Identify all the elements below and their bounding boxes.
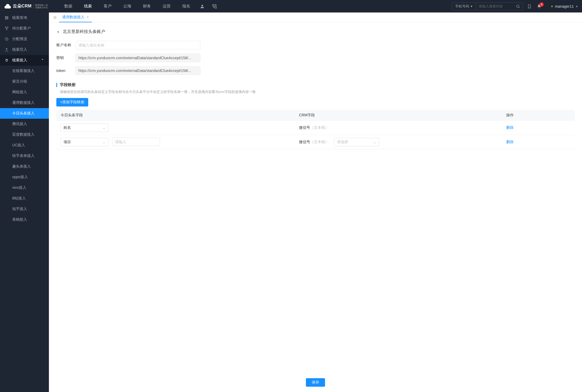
page-title: 北京昱新科技头条账户 <box>63 29 105 35</box>
filter-icon <box>5 27 9 30</box>
tabs-bar: 通用数据接入 ✕ <box>49 12 582 23</box>
mobile-icon[interactable] <box>527 4 532 9</box>
secret-label: 密钥 <box>56 56 75 60</box>
crm-field-select[interactable]: 请选择 ⌄ <box>334 138 379 146</box>
account-name-input[interactable] <box>75 41 200 49</box>
mapping-table: 今日头条字段 CRM字段 操作 姓名 ⌄ <box>56 110 575 149</box>
tabs-collapse-icon[interactable] <box>51 16 59 19</box>
svg-rect-8 <box>7 18 8 19</box>
main-content: 通用数据接入 ✕ 北京昱新科技头条账户 账户名称 密钥 token <box>49 12 582 392</box>
table-row: 项目 ⌄ 微信号（文本框） 请选择 ⌄ <box>56 135 575 149</box>
nav-finance[interactable]: 财务 <box>137 4 157 9</box>
section-title: 字段映射 <box>60 82 76 87</box>
token-input[interactable] <box>75 66 200 75</box>
section-header: 字段映射 <box>56 82 575 87</box>
cloud-icon <box>4 4 12 9</box>
logo-text: 云朵CRM <box>13 3 32 9</box>
sidebar-item-clue-query[interactable]: 线索查询 <box>0 12 49 23</box>
clock-icon <box>5 37 9 41</box>
chevron-up-icon: ⌃ <box>41 58 44 62</box>
src-field-select[interactable]: 姓名 ⌄ <box>61 123 108 132</box>
form-row-token: token <box>56 66 575 75</box>
save-button[interactable]: 保存 <box>306 378 325 387</box>
search-box: 手机号码 ▾ <box>452 2 523 10</box>
search-input[interactable] <box>476 4 513 8</box>
search-icon[interactable] <box>513 4 523 8</box>
svg-rect-5 <box>5 16 6 18</box>
add-mapping-button[interactable]: +添加字段映射 <box>56 98 88 106</box>
secret-input[interactable] <box>75 54 200 62</box>
sidebar-sub-school[interactable]: 网校接入 <box>0 87 49 97</box>
nav-data[interactable]: 数据 <box>58 4 78 9</box>
nav-enroll[interactable]: 报名 <box>176 4 196 9</box>
chevron-down-icon: ▾ <box>471 4 473 8</box>
tab-general-data[interactable]: 通用数据接入 ✕ <box>59 12 92 22</box>
src-field-select[interactable]: 项目 ⌄ <box>61 138 108 146</box>
nav-operation[interactable]: 运营 <box>157 4 176 9</box>
sidebar-item-import[interactable]: 线索导入 <box>0 44 49 55</box>
svg-marker-9 <box>5 27 8 30</box>
upload-icon <box>5 48 9 52</box>
sidebar-sub-baidu[interactable]: 百度数据接入 <box>0 129 49 140</box>
form-row-name: 账户名称 <box>56 41 575 49</box>
chevron-down-icon: ▾ <box>576 4 578 8</box>
form-row-secret: 密钥 <box>56 54 575 62</box>
sidebar-sub-meiyou[interactable]: 美柚接入 <box>0 214 49 225</box>
sidebar-item-pending[interactable]: 待分配客户 <box>0 23 49 34</box>
crm-field-label: 微信号（文本框） <box>299 125 329 130</box>
name-label: 账户名称 <box>56 43 75 48</box>
sidebar-sub-general[interactable]: 通用数据接入 <box>0 97 49 108</box>
footer: 保存 <box>306 378 325 387</box>
page-content: 北京昱新科技头条账户 账户名称 密钥 token 字段映射 请确保您在此填写的头… <box>49 23 582 392</box>
bell-icon[interactable]: 5 <box>537 4 542 9</box>
nav-clues[interactable]: 线索 <box>78 4 98 9</box>
sidebar: 线索查询 待分配客户 分配情况 线索导入 线索接入 ⌃ 在线客服接入 留言分组 … <box>0 12 49 392</box>
status-dot <box>551 6 553 7</box>
grid-icon <box>5 16 9 20</box>
sidebar-sub-zhihu[interactable]: 知乎接入 <box>0 204 49 214</box>
svg-point-2 <box>517 5 519 7</box>
top-nav: 数据 线索 客户 公海 财务 运营 报名 <box>58 4 448 9</box>
chevron-down-icon: ⌄ <box>373 140 376 144</box>
breadcrumb: 北京昱新科技头条账户 <box>56 29 575 35</box>
svg-point-0 <box>201 5 203 6</box>
search-type-select[interactable]: 手机号码 ▾ <box>452 3 476 10</box>
sidebar-sub-oppo[interactable]: oppo接入 <box>0 172 49 182</box>
sidebar-sub-toutiao[interactable]: 今日头条接入 <box>0 108 49 119</box>
header-right: 5 manager11 ▾ <box>527 4 578 9</box>
sidebar-sub-uc[interactable]: UC接入 <box>0 140 49 151</box>
user-menu[interactable]: manager11 ▾ <box>547 4 578 8</box>
top-header: 云朵CRM 教育机构一站 式服务云平台 数据 线索 客户 公海 财务 运营 报名… <box>0 0 582 12</box>
sidebar-sub-tencent[interactable]: 腾讯接入 <box>0 119 49 129</box>
svg-rect-6 <box>7 16 8 18</box>
sidebar-item-distribution[interactable]: 分配情况 <box>0 34 49 44</box>
sidebar-sub-qutoutiao[interactable]: 趣头条接入 <box>0 161 49 172</box>
sidebar-sub-vivo[interactable]: vivo接入 <box>0 182 49 193</box>
nav-customers[interactable]: 客户 <box>98 4 117 9</box>
sidebar-sub-bilibili[interactable]: B站接入 <box>0 193 49 204</box>
logo[interactable]: 云朵CRM 教育机构一站 式服务云平台 <box>4 3 48 9</box>
col-dst: CRM字段 <box>295 110 502 121</box>
username: manager11 <box>555 4 574 8</box>
sidebar-sub-online[interactable]: 在线客服接入 <box>0 66 49 76</box>
logo-subtitle: 教育机构一站 式服务云平台 <box>33 4 48 9</box>
phone-icon[interactable] <box>208 4 221 9</box>
section-hint: 请确保您在此填写的头条自定义字段名称与在今日头条平台中自定义的字段名称一致，并且… <box>56 90 575 94</box>
section-bar <box>56 83 57 87</box>
delete-link[interactable]: 删除 <box>506 140 514 144</box>
col-op: 操作 <box>502 110 575 121</box>
delete-link[interactable]: 删除 <box>506 125 514 130</box>
table-row: 姓名 ⌄ 微信号（文本框） 删除 <box>56 121 575 135</box>
sidebar-item-access[interactable]: 线索接入 ⌃ <box>0 55 49 66</box>
nav-public[interactable]: 公海 <box>117 4 137 9</box>
chevron-down-icon: ⌄ <box>102 140 106 144</box>
src-field-input[interactable] <box>112 138 160 146</box>
back-icon[interactable] <box>56 30 60 34</box>
plug-icon <box>5 58 9 62</box>
sidebar-sub-kuaishou[interactable]: 快手表单接入 <box>0 151 49 161</box>
crm-field-label: 微信号（文本框） <box>299 140 330 144</box>
sidebar-sub-message-group[interactable]: 留言分组 <box>0 76 49 87</box>
user-add-icon[interactable] <box>196 4 208 9</box>
close-icon[interactable]: ✕ <box>87 16 89 19</box>
token-label: token <box>56 69 75 73</box>
